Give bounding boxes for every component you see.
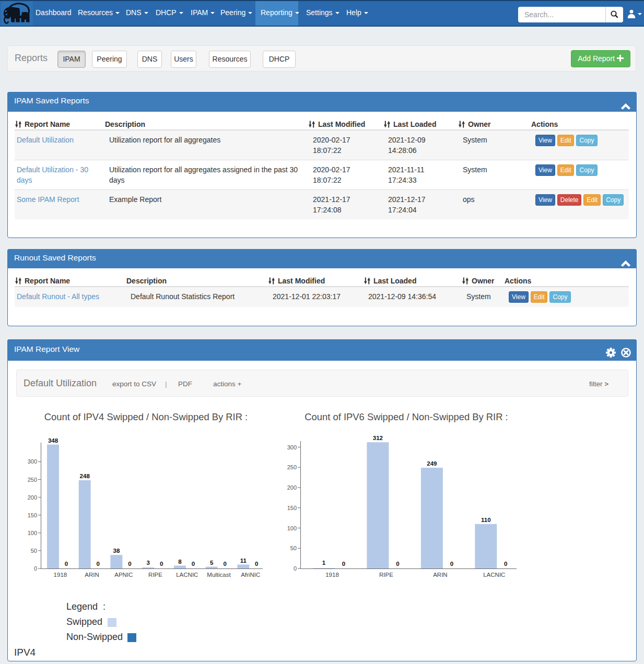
svg-text:0: 0 [342,561,345,567]
svg-text:0: 0 [294,565,297,572]
svg-text:APNIC: APNIC [114,572,133,578]
svg-text:50: 50 [31,548,37,554]
svg-text:0: 0 [65,561,68,567]
svg-text:248: 248 [80,473,90,479]
svg-text:ARIN: ARIN [433,572,447,578]
svg-text:100: 100 [287,525,297,531]
svg-text:1: 1 [322,560,326,566]
svg-text:11: 11 [240,558,247,564]
svg-text:Count of IPV6 Swipped / Non-Sw: Count of IPV6 Swipped / Non-Swipped By R… [305,411,508,422]
svg-text:Count of IPV4 Swipped / Non-Sw: Count of IPV4 Swipped / Non-Swipped By R… [44,411,248,422]
svg-text:300: 300 [287,444,297,450]
svg-text:LACNIC: LACNIC [176,572,198,578]
svg-text:RIPE: RIPE [379,572,393,578]
svg-text:348: 348 [48,437,58,444]
svg-text:0: 0 [160,561,163,567]
svg-text:0: 0 [504,561,507,567]
svg-text:0: 0 [450,561,453,567]
svg-text:1918: 1918 [54,572,67,578]
svg-text:3: 3 [146,560,149,566]
svg-text:0: 0 [96,561,99,567]
svg-text:ARIN: ARIN [85,572,99,578]
svg-text:0: 0 [34,565,37,572]
svg-text:38: 38 [113,548,120,554]
svg-text:200: 200 [28,494,37,501]
svg-text:150: 150 [28,512,37,518]
svg-text:AfriNIC: AfriNIC [241,572,260,578]
svg-text:5: 5 [210,560,214,566]
svg-text:0: 0 [192,561,195,567]
svg-text:250: 250 [28,477,37,483]
svg-text:8: 8 [178,559,182,565]
svg-text:1918: 1918 [325,572,339,578]
svg-text:Multicast: Multicast [207,572,231,578]
svg-text:250: 250 [287,464,297,470]
svg-text:LACNIC: LACNIC [483,572,505,578]
svg-text:50: 50 [290,545,297,551]
svg-text:0: 0 [223,561,226,567]
svg-text:249: 249 [427,460,437,467]
svg-text:312: 312 [373,435,383,441]
svg-text:300: 300 [28,458,37,465]
svg-text:RIPE: RIPE [148,572,162,578]
svg-text:110: 110 [481,517,491,523]
svg-text:200: 200 [287,484,297,491]
svg-text:150: 150 [287,505,297,511]
svg-text:100: 100 [28,530,37,536]
svg-text:0: 0 [255,561,258,567]
svg-text:0: 0 [128,561,131,567]
svg-text:0: 0 [396,561,399,567]
